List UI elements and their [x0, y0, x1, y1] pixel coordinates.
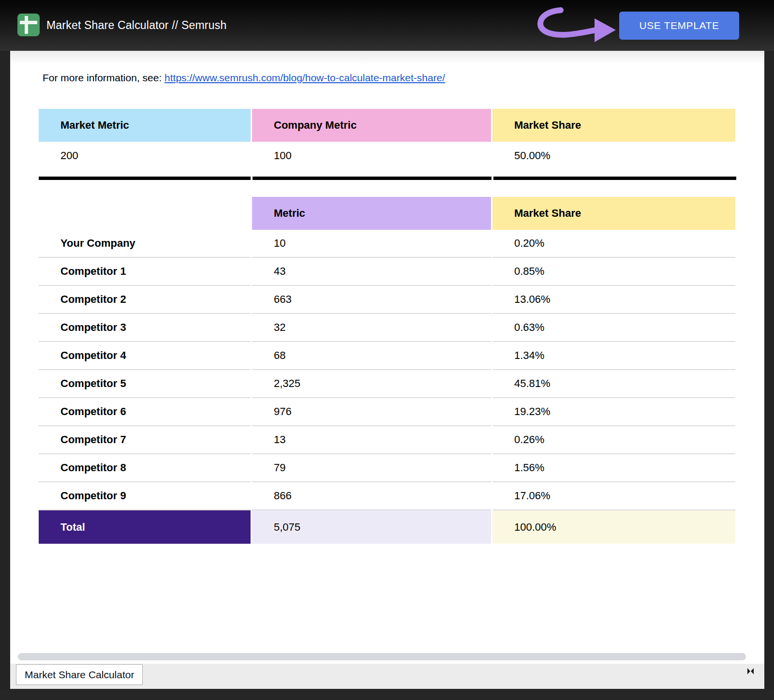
detail-row-share: 0.63%: [492, 314, 735, 342]
tab-market-share-calculator[interactable]: Market Share Calculator: [16, 664, 143, 685]
tab-label: Market Share Calculator: [25, 669, 134, 681]
detail-row-metric: 68: [252, 342, 491, 370]
summary-header-market-metric: Market Metric: [39, 109, 251, 142]
summary-table: Market Metric Company Metric Market Shar…: [39, 109, 735, 169]
detail-row-metric: 13: [252, 426, 491, 454]
detail-header-empty: [39, 197, 251, 230]
detail-row-share: 19.23%: [492, 398, 735, 426]
detail-row-name: Competitor 5: [39, 370, 251, 398]
info-prefix: For more information, see:: [43, 72, 164, 83]
detail-row-metric: 79: [252, 454, 491, 482]
sheet-preview-panel: For more information, see: https://www.s…: [10, 51, 764, 689]
detail-row-share: 1.34%: [492, 342, 735, 370]
detail-row-name: Competitor 4: [39, 342, 251, 370]
thick-divider: [39, 177, 735, 180]
info-text: For more information, see: https://www.s…: [43, 72, 445, 84]
detail-table: Metric Market Share Your Company 10 0.20…: [39, 197, 735, 544]
detail-row-name: Competitor 6: [39, 398, 251, 426]
use-template-button[interactable]: USE TEMPLATE: [619, 12, 739, 40]
detail-row-share: 0.26%: [492, 426, 735, 454]
summary-header-company-metric: Company Metric: [252, 109, 491, 142]
summary-market-share-value: 50.00%: [492, 142, 735, 169]
detail-row-metric: 43: [252, 258, 491, 286]
detail-header-market-share: Market Share: [492, 197, 735, 230]
sheets-icon: [17, 14, 40, 36]
detail-row-metric: 32: [252, 314, 491, 342]
bottom-strip: [0, 689, 774, 700]
detail-row-share: 0.85%: [492, 258, 735, 286]
detail-row-name: Competitor 7: [39, 426, 251, 454]
detail-row-metric: 976: [252, 398, 491, 426]
summary-market-metric-value: 200: [39, 142, 251, 169]
horizontal-scrollbar[interactable]: [18, 653, 746, 660]
sheet-tab-bar: Market Share Calculator: [10, 664, 764, 689]
detail-row-metric: 2,325: [252, 370, 491, 398]
blog-link[interactable]: https://www.semrush.com/blog/how-to-calc…: [164, 72, 445, 83]
summary-company-metric-value: 100: [252, 142, 491, 169]
detail-row-metric: 866: [252, 482, 491, 510]
detail-row-name: Competitor 8: [39, 454, 251, 482]
detail-row-name: Competitor 3: [39, 314, 251, 342]
detail-header-metric: Metric: [252, 197, 491, 230]
total-share-value: 100.00%: [492, 510, 735, 544]
detail-row-share: 1.56%: [492, 454, 735, 482]
detail-row-name: Your Company: [39, 230, 251, 258]
title-bar: Market Share Calculator // Semrush USE T…: [0, 0, 774, 51]
detail-row-name: Competitor 2: [39, 286, 251, 314]
detail-row-share: 45.81%: [492, 370, 735, 398]
curved-arrow-icon: [525, 2, 622, 51]
summary-header-market-share: Market Share: [492, 109, 735, 142]
detail-row-metric: 663: [252, 286, 491, 314]
expand-icon[interactable]: [747, 668, 754, 674]
detail-row-name: Competitor 1: [39, 258, 251, 286]
detail-row-share: 13.06%: [492, 286, 735, 314]
detail-row-share: 0.20%: [492, 230, 735, 258]
detail-row-share: 17.06%: [492, 482, 735, 510]
total-label: Total: [39, 510, 251, 544]
detail-row-metric: 10: [252, 230, 491, 258]
detail-row-name: Competitor 9: [39, 482, 251, 510]
page-title: Market Share Calculator // Semrush: [46, 0, 226, 51]
total-metric-value: 5,075: [252, 510, 491, 544]
